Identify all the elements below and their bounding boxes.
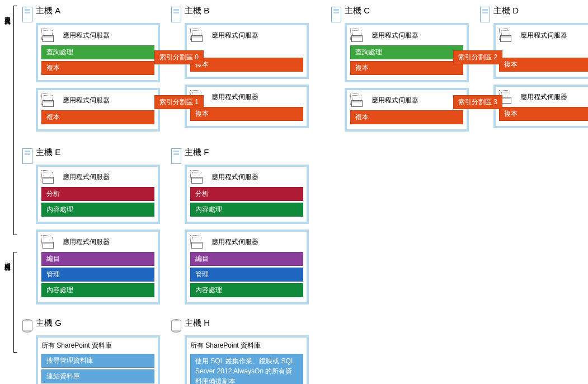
comp-query: 查詢處理 [41, 45, 154, 59]
comp-query: 查詢處理 [350, 45, 463, 59]
db-search-admin: 搜尋管理資料庫 [41, 354, 154, 368]
appserver-icon [190, 29, 207, 42]
row-hosts-ef: 主機 E 應用程式伺服器 分析 內容處理 應用程式伺服器 編目 管理 內容處理 [22, 147, 582, 305]
db-header: 所有 SharePoint 資料庫 [190, 341, 261, 350]
appserver-label: 應用程式伺服器 [63, 237, 110, 247]
index-partition-1: 索引分割區 1 [154, 95, 204, 109]
comp-replica: 複本 [190, 58, 303, 72]
comp-admin: 管理 [41, 268, 154, 282]
server-icon [22, 148, 32, 164]
host-d-box-2: 應用程式伺服器 複本 [493, 85, 588, 128]
appserver-icon [499, 29, 516, 42]
comp-admin: 管理 [190, 268, 303, 282]
appserver-icon [190, 170, 207, 184]
appserver-label: 應用程式伺服器 [211, 31, 258, 40]
comp-content: 內容處理 [41, 203, 154, 217]
db-servers-bracket [13, 252, 17, 353]
appserver-icon [41, 235, 58, 249]
appserver-icon [350, 29, 367, 42]
db-header: 所有 SharePoint 資料庫 [41, 341, 112, 350]
host-title: 主機 G [22, 318, 160, 329]
comp-content: 內容處理 [190, 203, 303, 217]
host-e-box-2: 應用程式伺服器 編目 管理 內容處理 [36, 230, 160, 305]
host-a: 主機 A 應用程式伺服器 查詢處理 複本 應用程式伺服器 複本 [22, 6, 160, 132]
comp-analysis: 分析 [41, 187, 154, 201]
host-a-box-1: 應用程式伺服器 查詢處理 複本 [36, 23, 160, 82]
db-servers-section-label: 資料庫伺服器 [3, 257, 12, 261]
host-title: 主機 C [331, 6, 469, 16]
index-partition-0: 索引分割區 0 [154, 50, 204, 64]
appserver-label: 應用程式伺服器 [211, 92, 258, 102]
host-title: 主機 F [171, 147, 309, 158]
comp-replica: 複本 [41, 110, 154, 124]
comp-analysis: 分析 [190, 187, 303, 201]
index-partition-3: 索引分割區 3 [453, 95, 502, 109]
comp-replica: 複本 [499, 107, 588, 121]
host-d-box-1: 應用程式伺服器 複本 [493, 23, 588, 79]
appserver-icon [41, 170, 58, 184]
comp-replica: 複本 [190, 107, 303, 121]
server-icon [171, 7, 181, 22]
appserver-label: 應用程式伺服器 [63, 31, 110, 40]
appserver-icon [350, 93, 367, 107]
db-link: 連結資料庫 [41, 369, 154, 383]
appserver-label: 應用程式伺服器 [63, 172, 110, 182]
host-title: 主機 A [22, 6, 160, 16]
host-f-box-1: 應用程式伺服器 分析 內容處理 [185, 165, 309, 224]
comp-catalog: 編目 [41, 252, 154, 266]
host-g-box: 所有 SharePoint 資料庫 搜尋管理資料庫 連結資料庫 編目資料庫 分析… [36, 335, 160, 384]
comp-replica: 複本 [499, 58, 588, 72]
db-mirror-note: 使用 SQL 叢集作業、鏡映或 SQL Server 2012 AlwaysOn… [190, 354, 303, 384]
appserver-label: 應用程式伺服器 [520, 92, 567, 102]
appserver-icon [190, 235, 207, 249]
host-f: 主機 F 應用程式伺服器 分析 內容處理 應用程式伺服器 編目 管理 內容處理 [171, 147, 309, 305]
server-icon [480, 7, 490, 22]
host-c-box-1: 應用程式伺服器 查詢處理 複本 [345, 23, 469, 82]
appserver-label: 應用程式伺服器 [63, 96, 110, 105]
comp-replica: 複本 [41, 61, 154, 75]
host-f-box-2: 應用程式伺服器 編目 管理 內容處理 [185, 230, 309, 305]
appserver-icon [41, 93, 58, 107]
appserver-label: 應用程式伺服器 [371, 96, 418, 105]
appserver-icon [41, 29, 58, 42]
row-hosts-abcd: 主機 A 應用程式伺服器 查詢處理 複本 應用程式伺服器 複本 主機 B [22, 6, 582, 132]
app-servers-bracket [13, 6, 17, 235]
server-icon [331, 7, 341, 22]
host-d: 主機 D 應用程式伺服器 複本 應用程式伺服器 複本 [480, 6, 588, 132]
appserver-label: 應用程式伺服器 [211, 172, 258, 182]
host-g: 主機 G 所有 SharePoint 資料庫 搜尋管理資料庫 連結資料庫 編目資… [22, 318, 160, 384]
host-c: 主機 C 應用程式伺服器 查詢處理 複本 應用程式伺服器 複本 [331, 6, 469, 132]
row-hosts-gh: 主機 G 所有 SharePoint 資料庫 搜尋管理資料庫 連結資料庫 編目資… [22, 318, 582, 384]
host-e-box-1: 應用程式伺服器 分析 內容處理 [36, 165, 160, 224]
host-e: 主機 E 應用程式伺服器 分析 內容處理 應用程式伺服器 編目 管理 內容處理 [22, 147, 160, 305]
host-a-box-2: 應用程式伺服器 複本 [36, 88, 160, 132]
host-h-box: 所有 SharePoint 資料庫 使用 SQL 叢集作業、鏡映或 SQL Se… [185, 335, 309, 384]
appserver-label: 應用程式伺服器 [371, 31, 418, 40]
comp-replica: 複本 [350, 61, 463, 75]
app-servers-section-label: 應用程式伺服器 [3, 11, 12, 15]
comp-content: 內容處理 [41, 283, 154, 297]
host-title: 主機 D [480, 6, 588, 16]
host-h: 主機 H 所有 SharePoint 資料庫 使用 SQL 叢集作業、鏡映或 S… [171, 318, 309, 384]
server-icon [171, 148, 181, 164]
host-title: 主機 B [171, 6, 309, 16]
comp-replica: 複本 [350, 110, 463, 124]
server-icon [22, 7, 32, 22]
host-title: 主機 H [171, 318, 309, 329]
comp-content: 內容處理 [190, 283, 303, 297]
appserver-label: 應用程式伺服器 [211, 237, 258, 247]
index-partition-2: 索引分割區 2 [453, 50, 502, 64]
host-c-box-2: 應用程式伺服器 複本 [345, 88, 469, 132]
host-title: 主機 E [22, 147, 160, 158]
comp-catalog: 編目 [190, 252, 303, 266]
host-b: 主機 B 應用程式伺服器 複本 應用程式伺服器 複本 [171, 6, 309, 132]
appserver-label: 應用程式伺服器 [520, 31, 567, 40]
